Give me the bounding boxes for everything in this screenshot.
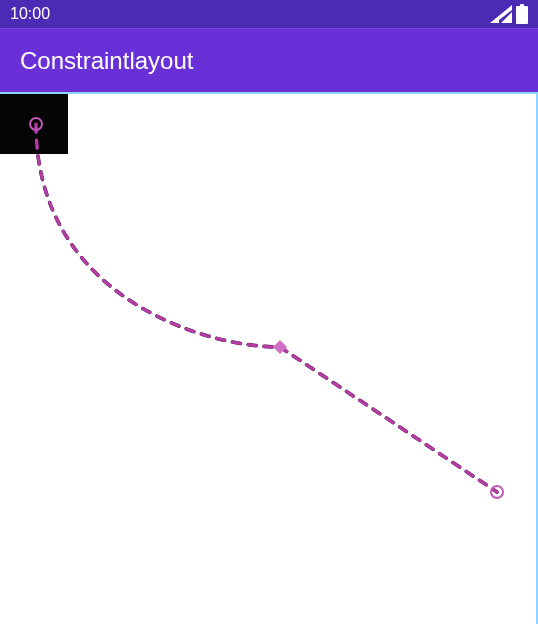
battery-icon [516,4,528,24]
svg-rect-4 [520,4,524,7]
layout-canvas[interactable] [0,92,538,624]
app-bar-title: Constraintlayout [20,47,193,75]
signal-icon [490,5,512,23]
path-keyframe-anchor[interactable] [273,340,287,354]
path-end-anchor[interactable] [491,486,503,498]
svg-rect-3 [516,6,528,24]
status-time: 10:00 [10,5,50,23]
motion-path [0,94,538,624]
draggable-view[interactable] [0,94,68,154]
status-icons [490,4,528,24]
app-bar: Constraintlayout [0,28,538,92]
status-bar: 10:00 [0,0,538,28]
